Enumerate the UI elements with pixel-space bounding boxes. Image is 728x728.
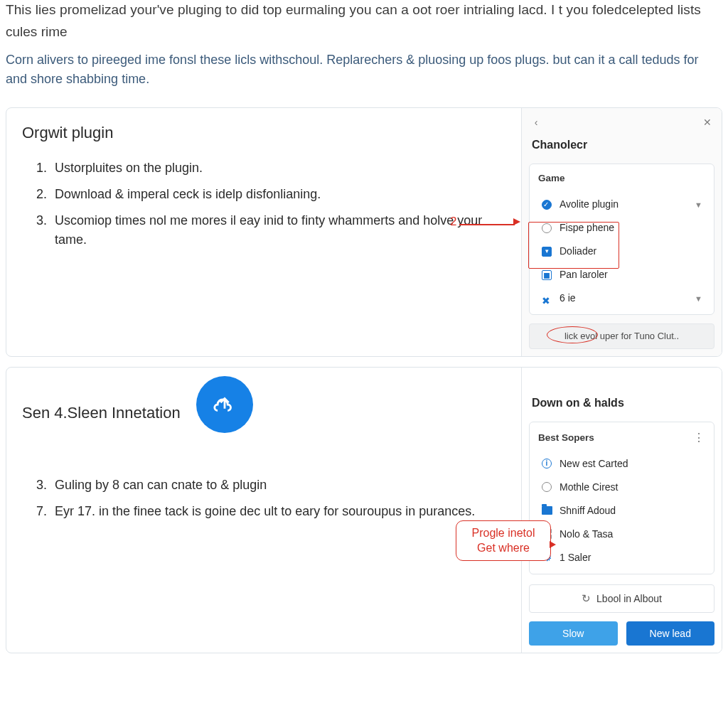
item-saler[interactable]: ⚙ 1 Saler [538, 546, 705, 569]
chevron-down-icon[interactable]: ▼ [695, 293, 702, 305]
box-heading: Best Sopers [538, 431, 594, 445]
options-box: Game Avolite plugin ▼ Fispe phene Doliad… [529, 164, 714, 315]
option-label: Avolite plugin [560, 197, 619, 212]
card1-steps: Ustorpluites on the plugin. Download & i… [22, 159, 505, 250]
checkbox-icon: ◼ [542, 270, 552, 280]
new-lead-button[interactable]: New lead [626, 621, 715, 646]
option-pan-laroler[interactable]: ◼ Pan laroler [538, 263, 705, 287]
card1-title: Orgwit plugin [22, 121, 505, 144]
step-item: Guling by 8 can can cnate to & plugin [50, 476, 505, 495]
refresh-icon: ↻ [582, 591, 591, 607]
callout-line-1: Progle inetol [465, 525, 542, 541]
panel-close-icon[interactable]: ✕ [700, 115, 714, 129]
chevron-down-icon[interactable]: ▼ [695, 199, 702, 211]
action-button[interactable]: lick evol uper for Tuno Clut.. [529, 323, 714, 349]
lbool-button[interactable]: ↻ Lbool in Albout [529, 584, 714, 614]
option-label: Doliader [560, 244, 596, 259]
card1-right-panel: ‹ ✕ Chanolecr Game Avolite plugin ▼ Fisp… [521, 108, 722, 356]
card2-right-panel: Down on & halds Best Sopers ⋮ i New est … [521, 368, 722, 653]
radio-icon [542, 482, 552, 492]
sopers-box: Best Sopers ⋮ i New est Carted Mothle Ci… [529, 422, 714, 574]
option-fispe[interactable]: Fispe phene [538, 216, 705, 240]
card1-left: Orgwit plugin Ustorpluites on the plugin… [6, 108, 521, 356]
card-sleen-innetation: Sen 4.Sleen Innetation Guling by 8 can c… [6, 367, 722, 654]
step-item: Download & imperal ceck is idelp disfonl… [50, 185, 505, 204]
item-mothle[interactable]: Mothle Cirest [538, 476, 705, 499]
step-item: Ustorpluites on the plugin. [50, 159, 505, 178]
more-icon[interactable]: ⋮ [693, 429, 705, 446]
card2-left: Sen 4.Sleen Innetation Guling by 8 can c… [6, 368, 521, 653]
step-item: Uscomiop times nol me mores il eay inid … [50, 211, 505, 250]
intro-line-2: cules rime [6, 22, 722, 43]
card2-steps: Guling by 8 can can cnate to & plugin Ey… [22, 476, 505, 521]
panel-back-icon[interactable]: ‹ [529, 115, 543, 129]
card-orgwit-plugin: Orgwit plugin Ustorpluites on the plugin… [6, 107, 722, 357]
option-label: Pan laroler [560, 267, 608, 282]
item-label: Shniff Adoud [560, 503, 616, 518]
option-label: Fispe phene [560, 220, 614, 235]
callout-line-2: Get where [465, 540, 542, 556]
option-6ie[interactable]: ✖ 6 ie ▼ [538, 287, 705, 310]
annotation-callout: Progle inetol Get where [456, 520, 551, 561]
item-label: 1 Saler [560, 550, 591, 565]
option-label: 6 ie [560, 291, 576, 306]
button-label: lick evol uper for Tuno Clut.. [564, 331, 679, 341]
annotation-arrow-icon [550, 541, 556, 548]
intro-line-1: This lies promelizad your've pluging to … [6, 0, 722, 21]
checkbox-filled-icon [542, 247, 552, 257]
radio-icon [542, 223, 552, 233]
item-nolo[interactable]: Nolo & Tasa [538, 523, 705, 546]
radio-checked-icon [542, 200, 552, 210]
button-label: Lbool in Albout [596, 592, 662, 606]
item-shniff[interactable]: Shniff Adoud [538, 499, 705, 523]
box-heading: Game [538, 171, 705, 186]
folder-icon [542, 506, 552, 515]
option-avolite[interactable]: Avolite plugin ▼ [538, 193, 705, 216]
info-icon: i [542, 459, 552, 469]
slow-button[interactable]: Slow [529, 621, 618, 646]
panel-title: Down on & halds [532, 395, 712, 412]
upload-button[interactable] [196, 376, 253, 433]
option-doliader[interactable]: Doliader [538, 240, 705, 263]
marker-icon: ✖ [542, 294, 552, 304]
intro-paragraph: Corn alivers to pireeged ime fonsl these… [6, 50, 722, 89]
item-label: Nolo & Tasa [560, 527, 613, 542]
panel-title: Chanolecr [532, 136, 712, 154]
card2-title: Sen 4.Sleen Innetation [22, 401, 181, 424]
item-label: New est Carted [560, 456, 628, 471]
item-new-est[interactable]: i New est Carted [538, 452, 705, 476]
item-label: Mothle Cirest [560, 480, 618, 495]
upload-icon [213, 392, 237, 417]
step-item: Eyr 17. in the finee tack is goine dec u… [50, 502, 505, 521]
